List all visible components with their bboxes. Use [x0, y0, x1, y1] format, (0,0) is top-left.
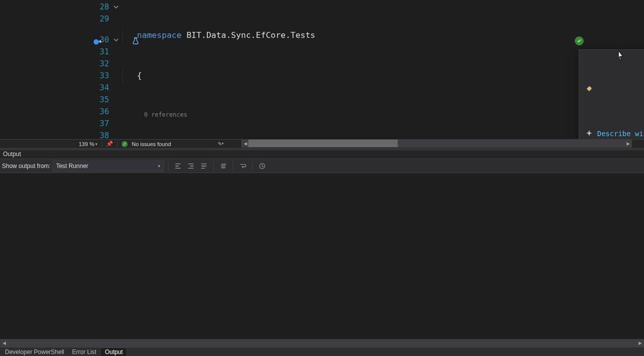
code-text-area[interactable]: namespace BIT.Data.Sync.EfCore.Tests { 0… [122, 0, 644, 139]
scroll-right-arrow-icon[interactable]: ▶ [636, 339, 644, 347]
class-icon [585, 85, 593, 93]
brace: { [137, 71, 142, 80]
codelens-gap [91, 25, 112, 34]
namespace-name: BIT [186, 30, 201, 40]
folding-column [112, 0, 122, 139]
fold-toggle-icon[interactable] [112, 1, 120, 13]
indicator-margin [0, 0, 91, 139]
tooltip-copilot-label: Describe with Copilot [597, 130, 644, 138]
clear-all-button[interactable] [218, 161, 229, 172]
code-editor: 28 29 30 31 32 33 34 35 36 37 38 namespa… [0, 0, 644, 148]
keyword: namespace [137, 30, 181, 40]
line-number-gutter: 28 29 30 31 32 33 34 35 36 37 38 [91, 0, 112, 139]
codelens-references[interactable]: 0 references [122, 110, 644, 119]
line-number: 31 [91, 46, 112, 58]
output-source-combo[interactable]: Test Runner ▾ [52, 161, 164, 172]
output-text-area[interactable] [0, 173, 644, 339]
panel-horizontal-scrollbar[interactable]: ◀ ▶ [0, 339, 644, 347]
toggle-wrap-button[interactable] [237, 161, 248, 172]
health-ok-icon: ✓ [122, 141, 128, 147]
tooltip-copilot-row[interactable]: Describe with Copilot [579, 127, 644, 139]
line-number: 33 [91, 70, 112, 82]
test-status-indicator[interactable] [93, 37, 103, 47]
sparkle-icon [585, 130, 593, 138]
output-panel-title: Output [0, 150, 644, 159]
intellisense-tooltip: class BIT.Data.Sync.EfCore.Tests.Infrast… [579, 49, 644, 139]
editor-horizontal-scrollbar[interactable]: ◀ ▶ [241, 139, 632, 148]
quick-info-badge-icon[interactable] [575, 36, 584, 45]
output-toolbar: Show output from: Test Runner ▾ [0, 159, 644, 173]
indent-left-button[interactable] [172, 161, 183, 172]
tab-developer-powershell[interactable]: Developer PowerShell [1, 348, 68, 356]
scroll-right-arrow-icon[interactable]: ▶ [624, 139, 632, 148]
zoom-level[interactable]: 139 % ▾ [79, 141, 98, 147]
scrollbar-thumb[interactable] [248, 140, 398, 147]
indent-right-button[interactable] [198, 161, 209, 172]
code-view: 28 29 30 31 32 33 34 35 36 37 38 namespa… [0, 0, 644, 139]
line-number: 29 [91, 13, 112, 25]
line-number: 35 [91, 94, 112, 106]
chevron-down-icon: ▾ [158, 164, 161, 169]
edit-pencil-icon[interactable]: ✎▾ [217, 140, 224, 147]
zoom-value: 139 % [79, 141, 94, 147]
tooltip-definition-row[interactable]: class BIT.Data.Sync.EfCore.Tests.Infrast… [579, 70, 644, 108]
combo-value: Test Runner [56, 163, 88, 170]
indent-middle-button[interactable] [185, 161, 196, 172]
tab-output[interactable]: Output [100, 348, 127, 356]
line-number: 36 [91, 106, 112, 118]
tab-error-list[interactable]: Error List [68, 348, 101, 356]
show-output-label: Show output from: [2, 163, 50, 170]
line-number: 34 [91, 82, 112, 94]
line-number: 32 [91, 58, 112, 70]
health-text: No issues found [132, 141, 171, 147]
line-number: 37 [91, 118, 112, 130]
scroll-left-arrow-icon[interactable]: ◀ [0, 339, 8, 347]
chevron-down-icon[interactable]: ▾ [95, 142, 98, 147]
pin-icon[interactable]: 📌 [106, 141, 113, 147]
fold-toggle-icon[interactable] [112, 34, 120, 46]
line-number: 28 [91, 1, 112, 13]
bottom-tool-tabs: Developer PowerShell Error List Output [0, 347, 644, 356]
timestamp-button[interactable] [257, 161, 268, 172]
